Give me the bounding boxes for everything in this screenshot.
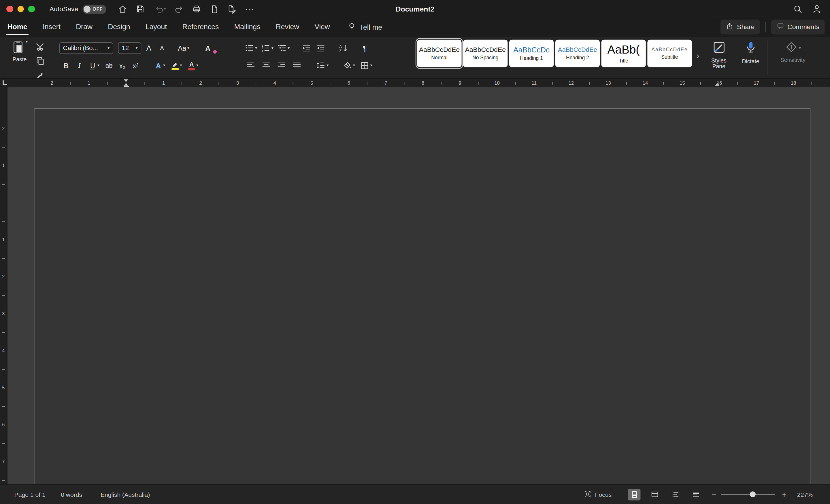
search-icon[interactable]	[792, 3, 803, 15]
sensitivity-button[interactable]: ▾ Sensitivity	[773, 41, 813, 63]
first-line-indent-marker[interactable]	[124, 79, 128, 82]
more-commands-icon[interactable]: ⋯	[244, 3, 255, 15]
tab-design[interactable]: Design	[108, 18, 130, 36]
style-sample: AaBbCcDdEe	[651, 47, 688, 53]
ruler-number: 3	[236, 80, 239, 85]
shrink-font-button[interactable]: A	[158, 42, 166, 54]
style-card-heading2[interactable]: AaBbCcDdEe Heading 2	[555, 40, 600, 67]
close-button[interactable]	[6, 6, 13, 12]
paste-button[interactable]: ▾ Paste	[6, 40, 33, 63]
zoom-level[interactable]: 227%	[797, 491, 813, 497]
copy-icon[interactable]	[35, 55, 45, 67]
styles-pane-button[interactable]: StylesPane	[704, 41, 734, 69]
outline-view-button[interactable]	[669, 489, 682, 500]
tab-stop-selector[interactable]	[3, 80, 7, 85]
print-icon[interactable]	[191, 3, 202, 15]
ruler-tick	[478, 82, 479, 85]
multilevel-list-button[interactable]: ▾	[277, 42, 290, 54]
horizontal-ruler[interactable]: 21123456789101112131415161718	[0, 78, 830, 87]
hanging-indent-marker[interactable]	[124, 83, 128, 86]
zoom-slider[interactable]	[721, 494, 775, 495]
language-status[interactable]: English (Australia)	[101, 491, 150, 497]
vertical-ruler[interactable]: 211234567	[0, 87, 7, 484]
subscript-button[interactable]: x₂	[119, 60, 126, 71]
autosave-toggle[interactable]: OFF	[83, 5, 106, 13]
bullets-button[interactable]: ▾	[245, 42, 257, 54]
cut-icon[interactable]	[35, 41, 45, 52]
decrease-indent-button[interactable]	[301, 42, 312, 54]
account-icon[interactable]	[811, 3, 823, 15]
borders-button[interactable]: ▾	[360, 60, 372, 71]
page-count[interactable]: Page 1 of 1	[14, 491, 45, 497]
show-formatting-button[interactable]: ¶	[360, 42, 370, 54]
tab-home[interactable]: Home	[7, 18, 27, 36]
home-icon[interactable]	[117, 3, 129, 15]
underline-button[interactable]: U ▾	[89, 60, 100, 71]
word-count[interactable]: 0 words	[61, 491, 82, 497]
change-case-button[interactable]: Aa ▾	[178, 42, 189, 54]
redo-button[interactable]	[173, 3, 185, 15]
font-size-select[interactable]: 12 ▾	[118, 42, 141, 54]
superscript-button[interactable]: x²	[132, 60, 139, 71]
tab-references[interactable]: References	[183, 18, 219, 36]
align-right-button[interactable]	[276, 60, 287, 71]
save-icon[interactable]	[134, 3, 146, 15]
highlight-color-button[interactable]: ▾	[171, 60, 182, 71]
undo-button[interactable]: ▾	[152, 3, 168, 15]
style-card-heading1[interactable]: AaBbCcDc Heading 1	[509, 40, 554, 67]
style-card-title[interactable]: AaBb( Title	[602, 40, 646, 67]
focus-label: Focus	[595, 491, 611, 497]
ruler-number: 10	[494, 80, 500, 85]
ruler-number: 1	[88, 80, 90, 85]
clear-formatting-button[interactable]: A	[202, 42, 213, 54]
align-left-button[interactable]	[246, 60, 256, 71]
font-color-button[interactable]: A ▾	[188, 60, 198, 71]
document-edit-icon[interactable]	[226, 3, 237, 15]
text-effects-button[interactable]: A ▾	[155, 60, 165, 71]
tab-layout[interactable]: Layout	[146, 18, 167, 36]
draft-view-button[interactable]	[690, 489, 702, 500]
style-card-normal[interactable]: AaBbCcDdEe Normal	[417, 40, 461, 67]
undo-chevron-icon[interactable]: ▾	[164, 7, 166, 11]
web-layout-view-button[interactable]	[648, 489, 661, 500]
tell-me-button[interactable]: Tell me	[347, 21, 382, 33]
gallery-expand-button[interactable]: ›	[697, 51, 699, 60]
dictate-button[interactable]: Dictate	[738, 41, 763, 65]
document-page[interactable]	[34, 108, 810, 484]
zoom-slider-thumb[interactable]	[750, 491, 756, 497]
new-document-icon[interactable]	[209, 3, 220, 15]
bold-button[interactable]: B	[63, 60, 70, 71]
comments-button[interactable]: Comments	[771, 20, 825, 34]
share-icon	[726, 22, 734, 32]
strikethrough-button[interactable]: ab	[105, 60, 113, 71]
share-button[interactable]: Share	[721, 20, 760, 34]
grow-font-button[interactable]: Aˆ	[146, 42, 154, 54]
style-card-no-spacing[interactable]: AaBbCcDdEe No Spacing	[463, 40, 508, 67]
sort-button[interactable]: AZ	[338, 42, 348, 54]
print-layout-view-button[interactable]	[628, 489, 640, 500]
tab-view[interactable]: View	[314, 18, 330, 36]
align-center-button[interactable]	[261, 60, 272, 71]
fullscreen-button[interactable]	[28, 6, 35, 12]
tab-review[interactable]: Review	[276, 18, 299, 36]
ruler-tick	[2, 295, 5, 296]
ruler-number: 11	[532, 80, 537, 85]
tab-insert[interactable]: Insert	[43, 18, 61, 36]
italic-button[interactable]: I	[76, 60, 83, 71]
tab-draw[interactable]: Draw	[76, 18, 93, 36]
increase-indent-button[interactable]	[316, 42, 326, 54]
line-spacing-button[interactable]: ▾	[316, 60, 329, 71]
focus-button[interactable]: Focus	[584, 490, 611, 499]
numbering-button[interactable]: 123 ▾	[261, 42, 274, 54]
ruler-number: 12	[569, 80, 574, 85]
minimize-button[interactable]	[17, 6, 24, 12]
chevron-down-icon: ▾	[97, 64, 99, 68]
justify-button[interactable]	[292, 60, 302, 71]
style-card-subtitle[interactable]: AaBbCcDdEe Subtitle	[647, 40, 692, 67]
zoom-in-button[interactable]: +	[782, 490, 787, 499]
paste-label: Paste	[6, 56, 33, 63]
tab-mailings[interactable]: Mailings	[234, 18, 260, 36]
zoom-out-button[interactable]: −	[711, 490, 716, 499]
font-name-select[interactable]: Calibri (Bo... ▾	[59, 42, 113, 54]
shading-button[interactable]: ▾	[342, 60, 355, 71]
